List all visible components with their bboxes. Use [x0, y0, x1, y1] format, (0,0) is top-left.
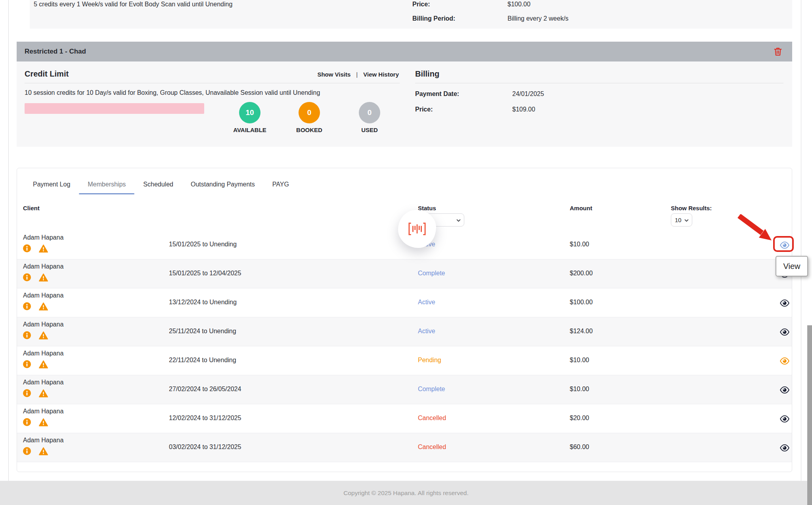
- eye-icon: [779, 443, 790, 453]
- warning-icon[interactable]: [39, 244, 48, 253]
- scrollbar-thumb[interactable]: [807, 325, 812, 505]
- warning-icon[interactable]: [39, 302, 48, 311]
- membership-period: 15/01/2025 to 12/04/2025: [169, 270, 241, 277]
- client-name: Adam Hapana: [23, 263, 63, 270]
- membership-period: 12/02/2024 to 31/12/2025: [169, 415, 241, 422]
- client-name: Adam Hapana: [23, 321, 63, 328]
- billing-period-value: Billing every 2 week/s: [508, 15, 569, 22]
- loading-indicator: [398, 210, 436, 248]
- amount-value: $60.00: [570, 444, 589, 451]
- client-name: Adam Hapana: [23, 408, 63, 415]
- view-eye-button[interactable]: [777, 296, 793, 310]
- chevron-down-icon: [684, 219, 689, 222]
- credit-limit-section: Credit Limit Show Visits|View History 10…: [25, 61, 400, 147]
- view-eye-button[interactable]: [777, 412, 793, 426]
- info-icon[interactable]: [23, 273, 31, 281]
- annotation-highlight-box: [773, 236, 794, 252]
- counter-value: 0: [307, 108, 312, 117]
- membership-period: 03/02/2024 to 31/12/2025: [169, 444, 241, 451]
- info-icon[interactable]: [23, 418, 31, 426]
- previous-membership-panel: 5 credits every 1 Week/s valid for Evolt…: [30, 0, 792, 29]
- tab-memberships[interactable]: Memberships: [79, 168, 134, 201]
- payment-date-label: Payment Date:: [415, 90, 459, 98]
- tab-outstanding-payments[interactable]: Outstanding Payments: [182, 168, 264, 201]
- info-icon[interactable]: [23, 331, 31, 339]
- counter-label: BOOKED: [285, 127, 333, 133]
- client-icons: [23, 302, 48, 311]
- membership-period: 13/12/2024 to Unending: [169, 299, 237, 306]
- billing-price-label: Price:: [415, 106, 433, 113]
- counter-circle: 0: [359, 102, 380, 123]
- view-eye-button[interactable]: [777, 354, 793, 368]
- client-column-header: Client: [23, 205, 40, 211]
- table-row: Adam Hapana 27/02/2024 to 26/05/2024 Com…: [17, 375, 792, 404]
- membership-card-header: Restricted 1 - Chad: [17, 42, 792, 61]
- info-icon[interactable]: [23, 360, 31, 368]
- credit-description: 5 credits every 1 Week/s valid for Evolt…: [34, 1, 232, 8]
- eye-icon: [779, 298, 790, 308]
- warning-icon[interactable]: [39, 331, 48, 340]
- counter-value: 10: [245, 108, 254, 117]
- chevron-down-icon: [456, 219, 461, 222]
- container-left-border: [8, 0, 9, 481]
- eye-icon: [779, 414, 790, 424]
- footer: Copyright © 2025 Hapana. All rights rese…: [0, 481, 812, 505]
- view-eye-button[interactable]: [777, 383, 793, 397]
- membership-period: 25/11/2024 to Unending: [169, 328, 236, 335]
- status-label: Complete: [418, 386, 445, 393]
- amount-value: $10.00: [570, 386, 589, 393]
- credit-counter: 0 USED: [346, 102, 393, 133]
- show-results-label: Show Results:: [671, 205, 712, 211]
- status-label: Cancelled: [418, 415, 446, 422]
- client-name: Adam Hapana: [23, 234, 63, 241]
- billing-price-value: $109.00: [512, 106, 535, 113]
- credit-progress-bar: [25, 103, 204, 114]
- info-icon[interactable]: [23, 447, 31, 455]
- status-label: Pending: [418, 357, 441, 364]
- info-icon[interactable]: [23, 244, 31, 252]
- tab-scheduled[interactable]: Scheduled: [134, 168, 182, 201]
- membership-period: 27/02/2024 to 26/05/2024: [169, 386, 241, 393]
- info-icon[interactable]: [23, 389, 31, 397]
- amount-value: $10.00: [570, 357, 589, 364]
- table-rows: Adam Hapana 15/01/2025 to Unending Activ…: [17, 230, 792, 462]
- credit-counter: 10 AVAILABLE: [226, 102, 274, 133]
- credit-limit-links: Show Visits|View History: [317, 71, 399, 78]
- active-tab-underline: [79, 193, 134, 194]
- counter-circle: 10: [239, 102, 260, 123]
- warning-icon[interactable]: [39, 389, 48, 397]
- membership-card-body: Credit Limit Show Visits|View History 10…: [17, 61, 792, 147]
- tab-payg[interactable]: PAYG: [264, 168, 298, 201]
- show-results-select[interactable]: 10: [671, 213, 692, 227]
- client-name: Adam Hapana: [23, 379, 63, 386]
- credit-limit-heading: Credit Limit: [25, 69, 69, 79]
- warning-icon[interactable]: [39, 273, 48, 282]
- payments-card: Payment Log Memberships Scheduled Outsta…: [17, 168, 792, 472]
- view-eye-button[interactable]: [777, 325, 793, 339]
- amount-value: $100.00: [570, 299, 593, 306]
- membership-period: 22/11/2024 to Unending: [169, 357, 236, 364]
- barcode-loader-icon: [408, 222, 426, 236]
- eye-icon: [779, 385, 790, 395]
- amount-value: $200.00: [570, 270, 593, 277]
- warning-icon[interactable]: [39, 418, 48, 426]
- table-row: Adam Hapana 25/11/2024 to Unending Activ…: [17, 317, 792, 346]
- info-icon[interactable]: [23, 302, 31, 310]
- warning-icon[interactable]: [39, 447, 48, 455]
- warning-icon[interactable]: [39, 360, 48, 369]
- amount-column-header: Amount: [570, 205, 592, 211]
- table-row: Adam Hapana 03/02/2024 to 31/12/2025 Can…: [17, 433, 792, 462]
- tabs: Payment Log Memberships Scheduled Outsta…: [24, 168, 298, 201]
- status-label: Complete: [418, 270, 445, 277]
- view-eye-button[interactable]: [777, 441, 793, 455]
- view-history-link[interactable]: View History: [363, 71, 399, 78]
- show-visits-link[interactable]: Show Visits: [317, 71, 350, 78]
- link-separator: |: [356, 71, 358, 78]
- client-name: Adam Hapana: [23, 350, 63, 357]
- counter-label: USED: [346, 127, 393, 133]
- delete-membership-button[interactable]: [773, 47, 783, 56]
- tab-payment-log[interactable]: Payment Log: [24, 168, 79, 201]
- copyright-text: Copyright © 2025 Hapana. All rights rese…: [343, 490, 469, 497]
- counter-circle: 0: [299, 102, 320, 123]
- table-row: Adam Hapana 22/11/2024 to Unending Pendi…: [17, 346, 792, 375]
